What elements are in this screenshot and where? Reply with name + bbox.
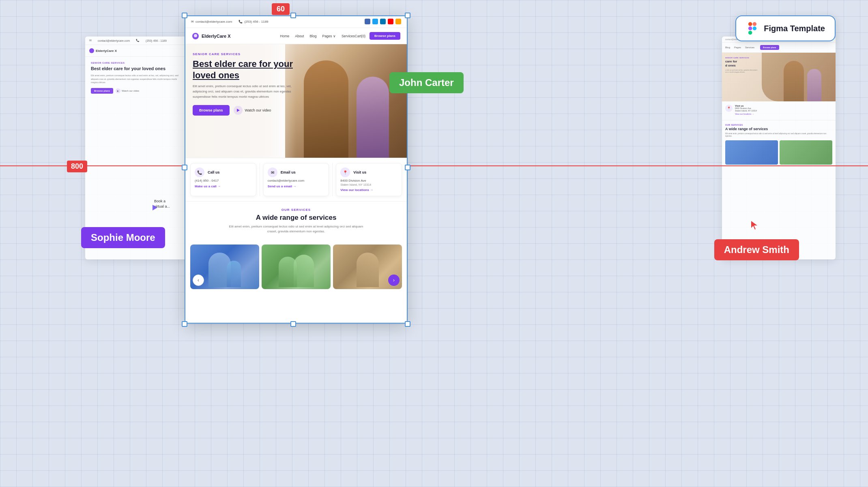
nav-cart[interactable]: Cart(0): [355, 34, 365, 38]
svg-marker-0: [153, 205, 157, 210]
carousel-prev-btn[interactable]: ‹: [193, 275, 204, 286]
left-hero-desc: Elit amet enim, pretium consequat lectus…: [91, 74, 181, 84]
svg-point-7: [753, 26, 757, 30]
right-services-preview: OUR SERVICES A wide range of services El…: [722, 120, 836, 168]
play-icon-circle: [234, 106, 243, 115]
nav-home[interactable]: Home: [280, 34, 290, 38]
svg-rect-4: [753, 22, 757, 26]
visit-card-title: Visit us: [353, 170, 366, 174]
svg-point-2: [194, 34, 197, 37]
phone-card-icon: 📞: [195, 167, 204, 177]
phone-icon: 📞: [238, 20, 243, 24]
visit-card-link[interactable]: View our locations →: [340, 188, 397, 192]
right-hero-text: SENIOR CARE SERVICES care ford ones s od…: [725, 57, 758, 73]
left-phone: (253) 456 - 1189: [146, 39, 167, 42]
nav-about[interactable]: About: [295, 34, 304, 38]
left-frame-hero: SENIOR CARE SERVICES Best elder care for…: [85, 57, 187, 99]
email-card-title: Email us: [281, 170, 296, 174]
right-nav-pages: Pages: [734, 46, 741, 49]
main-topbar: ✉ contact@elderlycare.com 📞 (253) 456 - …: [185, 15, 408, 28]
left-logo-text: ElderlyCare X: [96, 49, 117, 53]
handle-tr[interactable]: [405, 13, 410, 18]
email-text: contact@elderlycare.com: [196, 20, 232, 24]
right-hero-image: SENIOR CARE SERVICES care ford ones s od…: [722, 53, 836, 101]
rss-icon: [395, 19, 401, 24]
nav-pages[interactable]: Pages ∨: [322, 34, 335, 38]
contact-card-email: ✉ Email us contact@elderlycare.com Send …: [263, 163, 329, 196]
ruler-line: [0, 165, 868, 166]
left-video-text: Watch our video: [122, 90, 139, 92]
andrew-smith-label: Andrew Smith: [714, 239, 799, 260]
svg-rect-5: [748, 26, 752, 30]
hero-buttons: Browse plans Watch our video: [193, 105, 298, 116]
contact-divider-1: [260, 163, 260, 196]
left-frame-topbar: ✉ contact@elderlycare.com 📞 (253) 456 - …: [85, 36, 187, 45]
phone-card-title: Call us: [208, 170, 220, 174]
cursor-left: [149, 202, 161, 215]
hero-badge: SENIOR CARE SERVICES: [193, 52, 298, 56]
hero-section: SENIOR CARE SERVICES Best elder care for…: [185, 44, 408, 158]
contact-card-email-header: ✉ Email us: [268, 167, 325, 177]
topbar-phone: 📞 (253) 456 - 1189: [238, 20, 268, 24]
email-card-icon: ✉: [268, 167, 277, 177]
hero-background-image: [285, 44, 408, 158]
visit-card-addr2: Staten Island, NY 10314: [340, 183, 397, 186]
left-frame-nav: ElderlyCare X: [85, 45, 187, 57]
left-frame: ✉ contact@elderlycare.com 📞 (253) 456 - …: [85, 36, 187, 260]
carousel-next-btn[interactable]: ›: [388, 275, 400, 286]
contact-card-visit-header: 📍 Visit us: [340, 167, 397, 177]
handle-tl[interactable]: [182, 13, 187, 18]
nav-services[interactable]: Services: [342, 34, 355, 38]
figma-template-label: Figma Template: [764, 24, 825, 33]
right-contact-section: 📍 Visit us 8400 Division Ave Staten Isla…: [722, 101, 836, 120]
nav-blog[interactable]: Blog: [309, 34, 316, 38]
services-badge: OUR SERVICES: [193, 208, 400, 212]
social-icons: [365, 19, 401, 24]
left-hero-title: Best elder care for your loved ones: [91, 66, 181, 71]
email-icon: ✉: [191, 20, 194, 24]
handle-tm[interactable]: [290, 13, 296, 18]
right-nav-services: Services: [745, 46, 754, 49]
main-frame: ✉ contact@elderlycare.com 📞 (253) 456 - …: [185, 15, 408, 324]
figma-template-badge: Figma Template: [735, 15, 836, 41]
left-browse-btn[interactable]: Browse plans: [91, 88, 113, 94]
facebook-icon: [365, 19, 370, 24]
left-video-btn[interactable]: ▶ Watch our video: [116, 88, 139, 93]
email-card-link[interactable]: Send us a email →: [268, 185, 325, 188]
twitter-icon: [372, 19, 378, 24]
handle-ml[interactable]: [182, 165, 187, 170]
left-play-icon: ▶: [116, 88, 120, 93]
right-visit-link[interactable]: View our locations →: [735, 113, 757, 115]
phone-card-link[interactable]: Make us a call →: [195, 185, 252, 188]
linkedin-icon: [380, 19, 386, 24]
visit-card-addr1: 8400 Division Ave: [340, 179, 397, 182]
hero-browse-plans-btn[interactable]: Browse plans: [193, 105, 230, 116]
service-image-cards: ‹ ›: [185, 245, 408, 294]
youtube-icon: [388, 19, 393, 24]
hero-description: Elit amet enim, pretium consequat lectus…: [193, 84, 298, 99]
hero-title: Best elder care for your loved ones: [193, 58, 298, 81]
right-browse-btn[interactable]: Browse plans: [760, 45, 779, 50]
handle-bm[interactable]: [290, 321, 296, 327]
right-hero-badge: SENIOR CARE SERVICES: [725, 57, 758, 59]
right-nav: Blog Pages Services Browse plans: [722, 43, 836, 53]
right-services-desc: Elit amet enim, pretium consequat lectus…: [725, 133, 832, 138]
svg-marker-8: [751, 221, 757, 230]
right-hero-title: care ford ones: [725, 60, 758, 68]
elderlycare-logo-icon: [192, 32, 199, 40]
handle-mr[interactable]: [405, 165, 410, 170]
sophie-moore-label: Sophie Moore: [81, 227, 165, 248]
cursor-right: [749, 219, 761, 232]
logo-text: ElderlyCare X: [202, 34, 231, 39]
ruler-label-800: 800: [67, 161, 87, 172]
hero-video-btn[interactable]: Watch our video: [234, 106, 271, 115]
nav-browse-plans-btn[interactable]: Browse plans: [370, 32, 400, 40]
handle-bl[interactable]: [182, 321, 187, 327]
contact-cards-section: 📞 Call us (414) 850 - 0417 Make us a cal…: [185, 158, 408, 201]
left-phone-icon: 📞: [136, 39, 140, 42]
main-nav: ElderlyCare X Home About Blog Pages ∨ Se…: [185, 28, 408, 44]
handle-br[interactable]: [405, 321, 410, 327]
contact-card-visit: 📍 Visit us 8400 Division Ave Staten Isla…: [336, 163, 402, 196]
right-frame: contact@elderlycare.com Blog Pages Servi…: [722, 36, 836, 260]
contact-card-phone-header: 📞 Call us: [195, 167, 252, 177]
